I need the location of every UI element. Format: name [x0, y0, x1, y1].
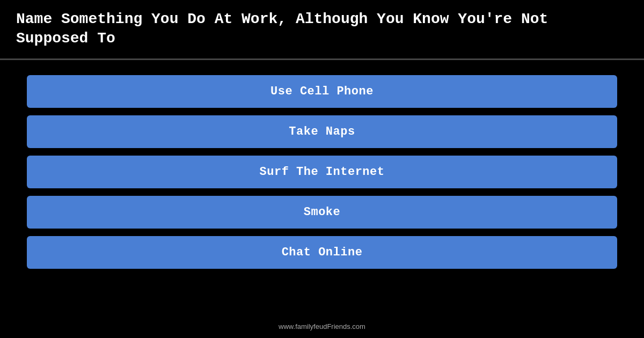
answer-label-3: Surf The Internet [260, 165, 385, 179]
footer-url: www.familyfeudFriends.com [279, 322, 365, 330]
answer-button-5[interactable]: Chat Online [27, 236, 617, 269]
answer-label-1: Use Cell Phone [270, 85, 374, 98]
answers-list: Use Cell PhoneTake NapsSurf The Internet… [0, 60, 644, 280]
answer-button-4[interactable]: Smoke [27, 196, 617, 229]
answer-button-3[interactable]: Surf The Internet [27, 156, 617, 188]
answer-button-1[interactable]: Use Cell Phone [27, 75, 617, 108]
answer-label-4: Smoke [304, 205, 341, 219]
answer-button-2[interactable]: Take Naps [27, 115, 617, 148]
question-title: Name Something You Do At Work, Although … [16, 10, 628, 49]
footer: www.familyfeudFriends.com [0, 322, 644, 332]
question-header: Name Something You Do At Work, Although … [0, 0, 644, 60]
answer-label-2: Take Naps [289, 125, 355, 138]
answer-label-5: Chat Online [282, 246, 363, 259]
